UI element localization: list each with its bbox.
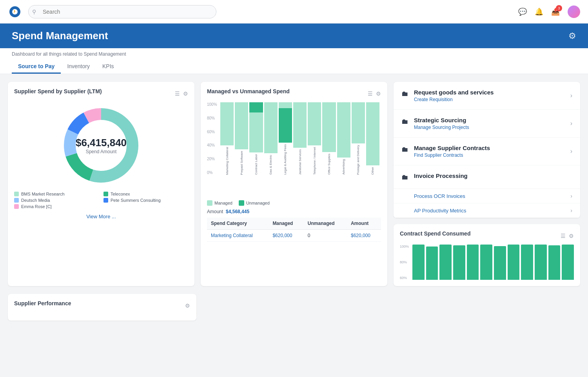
contract-bar [535, 245, 547, 280]
chevron-right-icon-ap: › [570, 207, 572, 214]
header-settings-icon[interactable]: ⚙ [568, 31, 576, 41]
spend-label: Spend Amount [76, 149, 127, 154]
search-bar[interactable]: ⚲ [28, 5, 216, 18]
table-row: Marketing Collateral $620,000 0 $620,000 [207, 230, 381, 242]
bar-managed [249, 112, 263, 152]
notifications-button[interactable]: 🔔 [535, 7, 543, 16]
inbox-badge: 3 [556, 5, 562, 11]
col-header-managed: Managed [269, 218, 303, 230]
contract-bar [453, 245, 465, 280]
messages-button[interactable]: 💬 [518, 7, 527, 16]
bar-managed [264, 102, 278, 153]
filter-icon-2[interactable]: ☰ [368, 91, 373, 97]
managed-unmanaged-card: Managed vs Unmanaged Spend ☰ ⚙ 100% 80% … [201, 82, 387, 286]
tab-source-to-pay[interactable]: Source to Pay [12, 60, 61, 74]
contract-card-icons: ☰ ⚙ [561, 233, 574, 239]
contract-bar [412, 245, 425, 280]
legend-label-emma: Emma Rose [C] [21, 204, 52, 209]
qa-supplier-contracts[interactable]: 🖿 Manage Supplier Contracts Find Supplie… [394, 138, 580, 165]
inbox-button[interactable]: 📤 3 [551, 7, 560, 16]
quick-actions-panel: 🖿 Request goods and services Create Requ… [394, 82, 580, 218]
bar-group: Prepaid Software [235, 102, 248, 175]
bar-managed [337, 102, 350, 158]
search-input[interactable] [28, 5, 216, 18]
tab-kpis[interactable]: KPIs [96, 60, 120, 74]
qa-title-contracts: Manage Supplier Contracts [414, 145, 565, 151]
right-column: 🖿 Request goods and services Create Requ… [394, 82, 580, 286]
contract-bar [439, 245, 452, 280]
view-more-link[interactable]: View More ... [14, 214, 188, 219]
legend-label-deutsch: Deutsch Media [21, 198, 50, 203]
qa-subtitle-request[interactable]: Create Requisition [414, 97, 565, 102]
contract-chart: 100% 80% 60% [400, 245, 574, 280]
legend-managed: Managed [207, 200, 232, 206]
tab-inventory[interactable]: Inventory [61, 60, 96, 74]
page-header: Spend Management ⚙ [0, 24, 588, 48]
filter-icon-3[interactable]: ☰ [561, 233, 566, 239]
legend-label-teleconex: Teleconex [111, 192, 130, 196]
filter-icon[interactable]: ☰ [175, 91, 180, 97]
qa-ap-productivity[interactable]: AP Productivity Metrics › [394, 203, 580, 218]
bar-group: Postage and Delivery [352, 102, 365, 175]
subtitle-bar: Dashboard for all things related to Spen… [0, 48, 588, 74]
qa-content-sourcing: Strategic Sourcing Manage Sourcing Proje… [414, 117, 565, 130]
main-grid: Supplier Spend by Supplier (LTM) ☰ ⚙ [0, 74, 588, 294]
card-action-icons-2: ☰ ⚙ [368, 91, 381, 97]
page-title: Spend Management [12, 30, 108, 42]
qa-invoice-processing: 🖿 Invoice Processing [394, 165, 580, 189]
contract-bar [562, 245, 574, 280]
supplier-perf-title: Supplier Performance [14, 300, 71, 306]
contract-icon: 🖿 [401, 145, 408, 154]
col-header-amount: Amount [347, 218, 381, 230]
legend-dot-managed [207, 200, 212, 206]
supplier-spend-title: Supplier Spend by Supplier (LTM) [14, 88, 102, 94]
top-navigation: ⚲ 💬 🔔 📤 3 [0, 0, 588, 24]
legend-dot-deutsch [14, 198, 19, 203]
contract-bar [480, 245, 492, 280]
contract-bar [508, 245, 520, 280]
settings-icon-3[interactable]: ⚙ [569, 233, 574, 239]
settings-icon[interactable]: ⚙ [183, 91, 188, 97]
legend-label-bms: BMS Market Research [21, 192, 65, 196]
legend-item: Emma Rose [C] [14, 204, 99, 209]
bell-icon: 🔔 [535, 8, 543, 16]
col-header-unmanaged: Unmanaged [304, 218, 347, 230]
settings-icon-perf[interactable]: ⚙ [185, 303, 190, 309]
bar-label: Postage and Delivery [356, 145, 360, 175]
qa-content-contracts: Manage Supplier Contracts Find Supplier … [414, 145, 565, 158]
bar-label: Contract Labor [254, 154, 258, 175]
qa-title-sourcing: Strategic Sourcing [414, 117, 565, 123]
bar-managed-top [279, 102, 292, 108]
legend-label-unmanaged: Unmanaged [246, 201, 270, 205]
contract-bar [494, 246, 506, 280]
contract-y-axis: 100% 80% 60% [400, 245, 409, 280]
qa-content-invoice: Invoice Processing [414, 172, 572, 180]
sourcing-icon: 🖿 [401, 118, 408, 126]
spend-amount: $6,415,840 [76, 137, 127, 149]
qa-request-goods[interactable]: 🖿 Request goods and services Create Requ… [394, 82, 580, 110]
contract-bar [426, 246, 438, 280]
category-link[interactable]: Marketing Collateral [211, 233, 253, 238]
search-icon: ⚲ [32, 9, 36, 15]
legend-unmanaged: Unmanaged [239, 200, 270, 206]
avatar[interactable] [568, 5, 580, 18]
bar-group: Advertising [337, 102, 350, 175]
bar-label: Other [371, 167, 374, 175]
legend-dot-teleconex [103, 192, 108, 196]
bar-label: Telephone / Internet [313, 147, 316, 175]
contract-bar [548, 245, 561, 280]
bar-group: Janitorial Services [293, 102, 307, 175]
avatar-image [568, 5, 580, 18]
legend-label-pete: Pete Summers Consulting [111, 198, 161, 203]
bar-managed [352, 102, 365, 143]
qa-strategic-sourcing[interactable]: 🖿 Strategic Sourcing Manage Sourcing Pro… [394, 110, 580, 138]
bar-managed [220, 102, 234, 145]
amount-label: Amount [207, 209, 223, 214]
managed-value: $620,000 [272, 233, 292, 238]
settings-icon-2[interactable]: ⚙ [376, 91, 381, 97]
bar-managed [235, 102, 248, 149]
qa-ocr-invoices[interactable]: Process OCR Invoices › [394, 189, 580, 203]
qa-subtitle-contracts[interactable]: Find Supplier Contracts [414, 152, 565, 158]
qa-subtitle-sourcing[interactable]: Manage Sourcing Projects [414, 125, 565, 130]
message-icon: 💬 [518, 8, 527, 16]
